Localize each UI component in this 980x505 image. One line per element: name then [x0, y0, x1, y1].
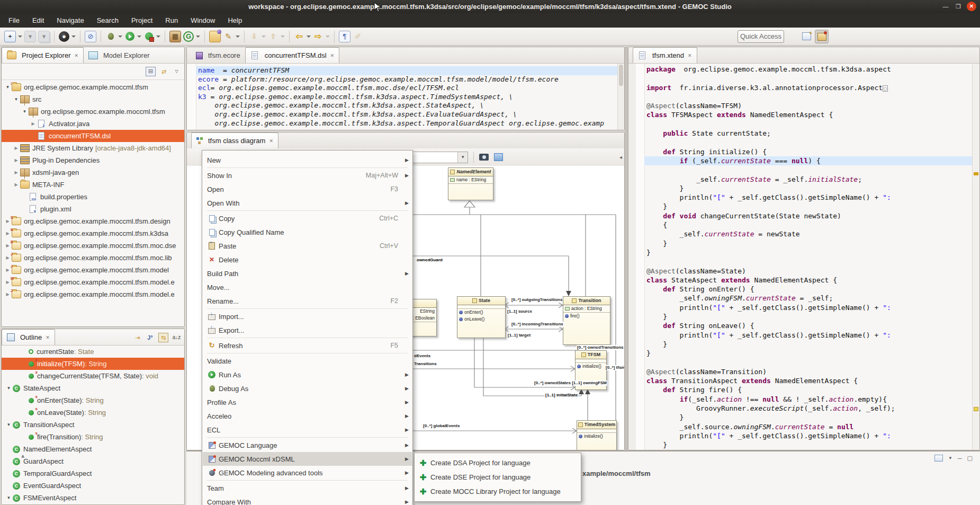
outline-expander-icon[interactable]: ▼: [5, 422, 13, 427]
menu-item-compare-with[interactable]: Compare With▶: [203, 495, 412, 505]
tab-tfsm-class-diagram[interactable]: tfsm class diagram✕: [191, 132, 278, 148]
diagram-class-namedelement[interactable]: NamedElementname : EString: [448, 167, 493, 200]
outline-item[interactable]: sfire(Transition) : String: [2, 431, 184, 443]
xtend-marker-ruler[interactable]: [628, 64, 636, 450]
open-perspective-icon[interactable]: +: [800, 30, 813, 42]
menu-item-copy-qualified-name[interactable]: Copy Qualified Name: [203, 225, 412, 239]
combo-caret-icon[interactable]: ▼: [457, 152, 467, 163]
console-menu-caret[interactable]: ▼: [948, 456, 952, 460]
quick-access-button[interactable]: Quick Access: [738, 30, 784, 43]
menu-item-rename[interactable]: Rename...F2: [203, 294, 412, 308]
close-tab-icon[interactable]: ✕: [688, 53, 692, 58]
outline-item[interactable]: currentState : State: [2, 345, 184, 358]
pen-tool-icon[interactable]: ✎: [223, 31, 233, 42]
back-history-icon[interactable]: ⇦: [294, 31, 304, 42]
new-gemoc-project-icon[interactable]: G: [183, 31, 194, 42]
outline-item[interactable]: ▼CStateAspect: [2, 382, 184, 394]
tab-concurrenttfsm-dsl[interactable]: concurrentTFSM.dsl✕: [245, 47, 340, 63]
outline-item[interactable]: ▼CTransitionAspect: [2, 419, 184, 431]
run-external-icon[interactable]: [143, 31, 154, 42]
prev-annotation-caret[interactable]: [281, 36, 285, 38]
submenu-item-create-mocc-library-project-for-language[interactable]: ✚Create MOCC Library Project for languag…: [415, 484, 580, 499]
tree-item[interactable]: ▶Plug-in Dependencies: [2, 154, 184, 166]
close-tab-icon[interactable]: ✕: [74, 53, 78, 58]
tree-item[interactable]: ▶Eorg.eclipse.gemoc.example.moccml.tfsm.…: [2, 240, 184, 252]
close-tab-icon[interactable]: ✕: [330, 53, 335, 58]
tree-item[interactable]: ▶Korg.eclipse.gemoc.example.moccml.tfsm.…: [2, 227, 184, 240]
outline-item[interactable]: sonEnter(State) : String: [2, 394, 184, 406]
tree-expander-icon[interactable]: ▶: [4, 255, 12, 260]
tree-expander-icon[interactable]: ▼: [21, 109, 29, 114]
new-java-project-icon[interactable]: ▦: [169, 31, 181, 42]
show-whitespace-icon[interactable]: ¶: [339, 31, 350, 42]
menu-item-import[interactable]: Import...: [203, 309, 412, 323]
back-history-caret[interactable]: [307, 36, 311, 38]
tree-item[interactable]: ▶xdsml-java-gen: [2, 166, 184, 179]
tree-item[interactable]: xplugin.xml: [2, 203, 184, 215]
format-icon[interactable]: ✐: [353, 31, 363, 42]
outline-expander-icon[interactable]: ▼: [5, 386, 13, 391]
tab-model-explorer[interactable]: Model Explorer: [84, 48, 154, 63]
menu-item-gemoc-modeling-advanced-tools[interactable]: GEMOC Modeling advanced tools▶: [203, 466, 412, 480]
menu-item-build-path[interactable]: Build Path▶: [203, 267, 412, 280]
menubar-search[interactable]: Search: [92, 15, 124, 26]
tree-expander-icon[interactable]: ▶: [4, 292, 12, 297]
tree-expander-icon[interactable]: ▶: [12, 158, 20, 163]
menu-item-profile-as[interactable]: Profile As▶: [203, 395, 412, 409]
view-menu-icon[interactable]: ▽: [172, 67, 181, 76]
minimize-panel-icon[interactable]: ─: [958, 455, 962, 462]
new-wizard-icon[interactable]: +: [4, 31, 16, 42]
outline-item[interactable]: sinitialize(TFSM) : String: [2, 358, 184, 370]
tab-project-explorer[interactable]: Project Explorer✕: [2, 47, 84, 63]
tree-expander-icon[interactable]: ▶: [4, 219, 12, 224]
sort-alpha-icon[interactable]: a↓z: [172, 333, 181, 342]
open-element-icon[interactable]: [209, 31, 221, 42]
tree-item[interactable]: ▶JActivator.java: [2, 118, 184, 130]
tree-expander-icon[interactable]: ▶: [4, 231, 12, 236]
menubar-navigate[interactable]: Navigate: [51, 15, 89, 26]
gemoc-project-caret[interactable]: [196, 36, 200, 38]
tree-item[interactable]: ▶Jorg.eclipse.gemoc.example.moccml.tfsm.…: [2, 252, 184, 264]
tree-item[interactable]: ▶Jorg.eclipse.gemoc.example.moccml.tfsm.…: [2, 288, 184, 300]
collapse-all-icon[interactable]: ⊟: [146, 67, 156, 76]
submenu-item-create-dsa-project-for-language[interactable]: ✚Create DSA Project for language: [415, 456, 580, 470]
tree-expander-icon[interactable]: ▶: [29, 121, 37, 126]
menu-item-refresh[interactable]: ↻RefreshF5: [203, 339, 412, 352]
close-icon[interactable]: ✕: [967, 2, 976, 11]
tree-item[interactable]: ▶Morg.eclipse.gemoc.example.moccml.tfsm.…: [2, 276, 184, 288]
export-image-icon[interactable]: [479, 154, 489, 161]
outline-item[interactable]: CTemporalGuardAspect: [2, 467, 184, 480]
menubar-window[interactable]: Window: [185, 15, 220, 26]
focus-icon[interactable]: ⇥: [133, 333, 142, 342]
new-wizard-caret[interactable]: [18, 36, 22, 38]
debug-icon[interactable]: [105, 31, 116, 42]
menu-item-debug-as[interactable]: Debug As▶: [203, 382, 412, 395]
menu-item-validate[interactable]: Validate: [203, 354, 412, 368]
outline-item[interactable]: sonLeave(State) : String: [2, 406, 184, 419]
menu-item-team[interactable]: Team▶: [203, 481, 412, 495]
tree-item[interactable]: ▶Jorg.eclipse.gemoc.example.moccml.tfsm.…: [2, 264, 184, 276]
pen-caret[interactable]: [236, 36, 240, 38]
tree-item[interactable]: ▶META-INF: [2, 179, 184, 191]
tree-expander-icon[interactable]: ▶: [12, 182, 20, 187]
outline-item[interactable]: CAGuardAspect: [2, 455, 184, 467]
console-view-icon[interactable]: [934, 455, 943, 462]
menu-item-paste[interactable]: PasteCtrl+V: [203, 239, 412, 253]
outline-item[interactable]: ▼CFSMEventAspect: [2, 492, 184, 504]
outline-item[interactable]: CNamedElementAspect: [2, 443, 184, 455]
menu-item-ecl[interactable]: ECL▶: [203, 423, 412, 437]
link-editor-icon[interactable]: ⇄: [159, 67, 168, 76]
maximize-panel-icon[interactable]: ▢: [967, 455, 973, 462]
debug-caret[interactable]: [118, 36, 122, 38]
forward-history-icon[interactable]: ⇨: [313, 31, 323, 42]
next-annotation-caret[interactable]: [262, 36, 266, 38]
save-icon[interactable]: ▾: [24, 31, 36, 42]
save-all-icon[interactable]: ▾: [38, 31, 50, 42]
xtend-code-area[interactable]: package org.eclipse.gemoc.example.moccml…: [644, 65, 972, 450]
diagram-class-transition[interactable]: Transitionaction : EStringfire(): [563, 296, 610, 345]
prev-annotation-icon[interactable]: ⇧: [268, 31, 278, 42]
outline-item[interactable]: schangeCurrentState(TFSM, State) : void: [2, 370, 184, 382]
tree-expander-icon[interactable]: ▶: [4, 280, 12, 285]
tree-item[interactable]: concurrentTFSM.dsl: [2, 130, 184, 142]
tree-item[interactable]: ▼src: [2, 93, 184, 105]
